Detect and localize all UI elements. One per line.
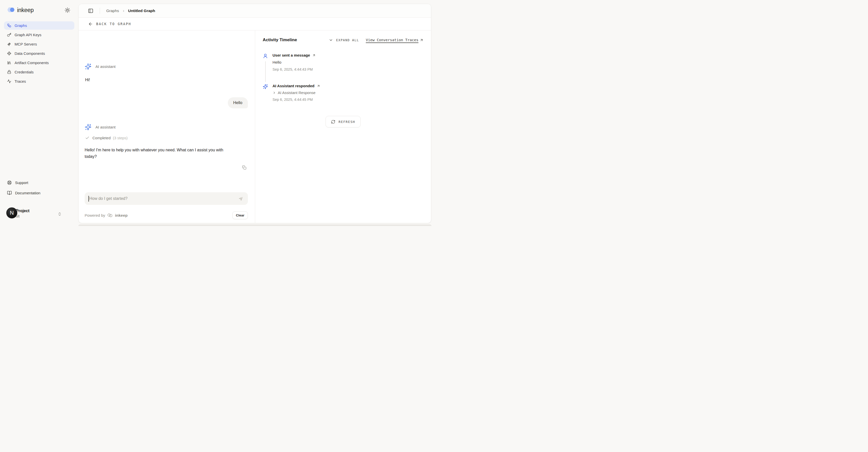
sidebar-item-label: Credentials xyxy=(14,70,34,74)
expander-label: AI Assistant Response xyxy=(278,90,315,95)
assistant-response-expander[interactable]: AI Assistant Response xyxy=(273,90,320,95)
sidebar-nav: Graphs Graph API Keys MCP Servers xyxy=(4,21,74,85)
project-switcher[interactable]: Project ult N xyxy=(4,208,74,222)
completion-status[interactable]: Completed (3 steps) xyxy=(85,136,248,140)
avatar-letter: N xyxy=(10,210,14,216)
chevron-right-icon xyxy=(273,91,276,94)
sidebar-item-mcp-servers[interactable]: MCP Servers xyxy=(4,40,74,48)
support-label: Support xyxy=(15,180,28,185)
arrow-left-icon xyxy=(88,22,93,26)
back-label: BACK TO GRAPH xyxy=(96,22,131,26)
main-card: Graphs › Untitled Graph BACK TO GRAPH xyxy=(79,4,431,223)
refresh-icon xyxy=(331,120,335,124)
breadcrumb: Graphs › Untitled Graph xyxy=(106,8,155,13)
refresh-label: REFRESH xyxy=(339,120,355,124)
powered-by[interactable]: Powered by inkeep xyxy=(85,213,128,218)
sparkles-icon xyxy=(263,84,268,102)
event-timestamp: Sep 6, 2025, 4:44:45 PM xyxy=(273,97,320,102)
workflow-icon xyxy=(7,23,11,28)
activity-timeline-panel: Activity Timeline EXPAND ALL View Conver… xyxy=(255,30,431,223)
avatar[interactable]: N xyxy=(6,207,17,219)
timeline-connector xyxy=(265,61,266,82)
header-divider xyxy=(100,8,100,14)
event-title: User sent a message xyxy=(273,53,310,57)
sidebar-item-label: Artifact Components xyxy=(14,61,49,65)
next-card-edge xyxy=(79,225,432,226)
sidebar-item-data-components[interactable]: Data Components xyxy=(4,49,74,58)
breadcrumb-graphs[interactable]: Graphs xyxy=(106,8,119,13)
chat-input-box[interactable] xyxy=(85,192,248,205)
timeline-entry-assistant: AI Assistant responded xyxy=(263,84,424,102)
view-conversation-traces-link[interactable]: View Conversation Traces xyxy=(366,38,424,42)
assistant-message: Hello! I'm here to help you with whateve… xyxy=(85,147,234,160)
chevron-down-icon[interactable] xyxy=(329,38,333,42)
status-steps: (3 steps) xyxy=(113,136,128,140)
user-message-bubble: Hello xyxy=(228,97,248,108)
sidebar-item-label: Graphs xyxy=(14,23,27,28)
expand-all-button[interactable]: EXPAND ALL xyxy=(336,38,359,42)
sidebar-item-label: Data Components xyxy=(14,51,45,56)
sidebar-item-graphs[interactable]: Graphs xyxy=(4,21,74,30)
chat-footer: Powered by inkeep Clear xyxy=(85,211,248,220)
assistant-label: AI assistant xyxy=(95,125,116,130)
key-icon xyxy=(7,33,11,37)
timeline-title: Activity Timeline xyxy=(263,37,297,43)
sidebar-item-label: Traces xyxy=(14,79,26,83)
sidebar-toggle-panel-icon[interactable] xyxy=(88,8,93,13)
send-icon[interactable] xyxy=(238,196,243,201)
sparkles-icon xyxy=(85,63,91,70)
status-label: Completed xyxy=(92,136,111,140)
content: AI assistant Hi! Hello xyxy=(79,30,431,223)
component-icon xyxy=(7,51,11,56)
logo-row: inkeep xyxy=(0,0,79,13)
view-traces-label: View Conversation Traces xyxy=(366,38,418,42)
inkeep-outline-icon xyxy=(107,213,113,218)
breadcrumb-current: Untitled Graph xyxy=(128,8,155,13)
event-body: Hello xyxy=(273,60,316,65)
message-actions xyxy=(85,165,246,170)
sparkles-icon xyxy=(85,124,91,131)
copy-icon[interactable] xyxy=(242,165,246,170)
sidebar-item-label: Graph API Keys xyxy=(14,33,41,37)
assistant-message: Hi! xyxy=(85,78,248,82)
sidebar-item-documentation[interactable]: Documentation xyxy=(4,189,74,197)
lock-icon xyxy=(7,70,11,74)
library-icon xyxy=(7,61,11,65)
assistant-header: AI assistant xyxy=(85,63,248,70)
life-buoy-icon xyxy=(7,180,12,185)
event-timestamp: Sep 6, 2025, 4:44:43 PM xyxy=(273,67,316,72)
sidebar-item-artifact-components[interactable]: Artifact Components xyxy=(4,59,74,67)
clear-button[interactable]: Clear xyxy=(232,211,248,219)
sidebar-item-graph-api-keys[interactable]: Graph API Keys xyxy=(4,31,74,39)
timeline-entry-content: AI Assistant responded xyxy=(273,84,320,102)
book-open-icon xyxy=(7,191,12,195)
card-header: Graphs › Untitled Graph xyxy=(79,4,431,18)
powered-brand: inkeep xyxy=(115,213,128,218)
inkeep-logo-icon xyxy=(7,7,15,13)
timeline-event-link[interactable]: User sent a message xyxy=(273,53,316,57)
theme-toggle-sun-icon[interactable] xyxy=(65,7,70,13)
sidebar-item-traces[interactable]: Traces xyxy=(4,77,74,85)
timeline-entry-user: User sent a message Hello Sep 6, 2025, 4… xyxy=(263,53,424,72)
sidebar-item-label: MCP Servers xyxy=(14,42,37,46)
sidebar-item-support[interactable]: Support xyxy=(4,178,74,187)
chat-panel: AI assistant Hi! Hello xyxy=(79,30,255,223)
project-subtitle: ult xyxy=(16,214,29,218)
refresh-button[interactable]: REFRESH xyxy=(326,116,361,128)
back-to-graph-button[interactable]: BACK TO GRAPH xyxy=(79,18,431,30)
sidebar-footer: Support Documentation Project ult xyxy=(4,178,74,226)
chevrons-up-down-icon xyxy=(58,212,62,216)
chat-input[interactable] xyxy=(89,196,238,201)
check-icon xyxy=(85,136,89,140)
breadcrumb-separator: › xyxy=(123,8,124,13)
sidebar-item-credentials[interactable]: Credentials xyxy=(4,68,74,76)
timeline-event-link[interactable]: AI Assistant responded xyxy=(273,84,320,88)
timeline-header: Activity Timeline EXPAND ALL View Conver… xyxy=(263,37,424,43)
project-info: Project ult xyxy=(16,209,29,218)
arrow-up-right-icon xyxy=(420,38,424,42)
timeline-entry-content: User sent a message Hello Sep 6, 2025, 4… xyxy=(273,53,316,72)
event-title: AI Assistant responded xyxy=(273,84,314,88)
user-message-row: Hello xyxy=(85,97,248,108)
logo-wordmark: inkeep xyxy=(17,7,34,13)
arrow-up-right-icon xyxy=(312,54,316,57)
